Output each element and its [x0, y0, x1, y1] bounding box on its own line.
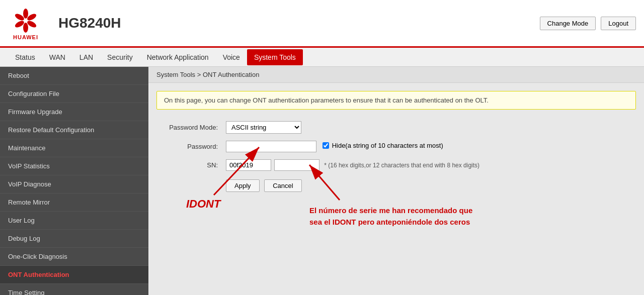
sidebar-item-reboot[interactable]: Reboot: [0, 67, 148, 85]
form-table: Password Mode: ASCII string HEX string P…: [156, 118, 636, 195]
main-layout: Reboot Configuration File Firmware Upgra…: [0, 67, 644, 295]
sn-input-1[interactable]: [226, 159, 271, 171]
sidebar-item-restore-default[interactable]: Restore Default Configuration: [0, 121, 148, 139]
password-mode-select[interactable]: ASCII string HEX string: [226, 121, 301, 134]
sn-cell: * (16 hex digits,or 12 characters that e…: [222, 156, 636, 174]
svg-point-0: [23, 9, 28, 19]
logo-area: HUAWEI: [8, 7, 43, 40]
button-row: Apply Cancel: [156, 174, 636, 195]
sidebar-item-time-setting[interactable]: Time Setting: [0, 284, 148, 295]
serial-annotation-label: El número de serie me han recomendado qu…: [309, 205, 472, 228]
nav-system-tools[interactable]: System Tools: [247, 49, 303, 65]
sidebar-item-firmware-upgrade[interactable]: Firmware Upgrade: [0, 103, 148, 121]
sidebar-item-remote-mirror[interactable]: Remote Mirror: [0, 193, 148, 212]
sidebar-item-ont-authentication[interactable]: ONT Authentication: [0, 266, 148, 284]
nav-security[interactable]: Security: [100, 49, 140, 65]
huawei-logo-icon: [8, 7, 43, 34]
device-name: HG8240H: [53, 15, 540, 31]
breadcrumb: System Tools > ONT Authentication: [148, 67, 644, 83]
change-mode-button[interactable]: Change Mode: [540, 17, 596, 30]
sn-hint: * (16 hex digits,or 12 characters that e…: [324, 162, 479, 169]
nav-bar: Status WAN LAN Security Network Applicat…: [0, 48, 644, 67]
sidebar-item-maintenance[interactable]: Maintenance: [0, 139, 148, 157]
sidebar-item-configuration-file[interactable]: Configuration File: [0, 85, 148, 103]
header: HUAWEI HG8240H Change Mode Logout: [0, 0, 644, 48]
content-inner: On this page, you can change ONT authent…: [148, 83, 644, 204]
password-cell: Hide(a string of 10 characters at most): [222, 137, 636, 156]
button-cell: Apply Cancel: [222, 174, 636, 195]
nav-network-application[interactable]: Network Application: [140, 49, 216, 65]
apply-button[interactable]: Apply: [226, 179, 260, 192]
content-area: System Tools > ONT Authentication On thi…: [148, 67, 644, 295]
sidebar-item-voip-statistics[interactable]: VoIP Statistics: [0, 157, 148, 175]
sidebar-item-debug-log[interactable]: Debug Log: [0, 230, 148, 248]
password-label: Password:: [156, 137, 222, 156]
nav-lan[interactable]: LAN: [72, 49, 100, 65]
password-input[interactable]: [226, 141, 316, 152]
hide-checkbox-area: Hide(a string of 10 characters at most): [323, 142, 443, 149]
sidebar-item-user-log[interactable]: User Log: [0, 212, 148, 230]
password-row: Password: Hide(a string of 10 characters…: [156, 137, 636, 156]
header-buttons: Change Mode Logout: [540, 17, 636, 30]
cancel-button[interactable]: Cancel: [264, 179, 301, 192]
password-mode-label: Password Mode:: [156, 118, 222, 137]
svg-point-3: [23, 23, 28, 33]
nav-voice[interactable]: Voice: [216, 49, 247, 65]
sn-label: SN:: [156, 156, 222, 174]
nav-status[interactable]: Status: [8, 49, 42, 65]
sidebar-item-voip-diagnose[interactable]: VoIP Diagnose: [0, 175, 148, 193]
hide-checkbox[interactable]: [323, 142, 329, 149]
password-mode-cell: ASCII string HEX string: [222, 118, 636, 137]
sn-input-2[interactable]: [274, 159, 319, 171]
hide-label: Hide(a string of 10 characters at most): [332, 142, 443, 149]
sidebar: Reboot Configuration File Firmware Upgra…: [0, 67, 148, 295]
logout-button[interactable]: Logout: [601, 17, 636, 30]
sn-row: SN: * (16 hex digits,or 12 characters th…: [156, 156, 636, 174]
huawei-brand-text: HUAWEI: [13, 34, 38, 40]
sidebar-item-one-click-diagnosis[interactable]: One-Click Diagnosis: [0, 248, 148, 266]
nav-wan[interactable]: WAN: [42, 49, 72, 65]
password-mode-row: Password Mode: ASCII string HEX string: [156, 118, 636, 137]
info-box: On this page, you can change ONT authent…: [156, 91, 636, 110]
